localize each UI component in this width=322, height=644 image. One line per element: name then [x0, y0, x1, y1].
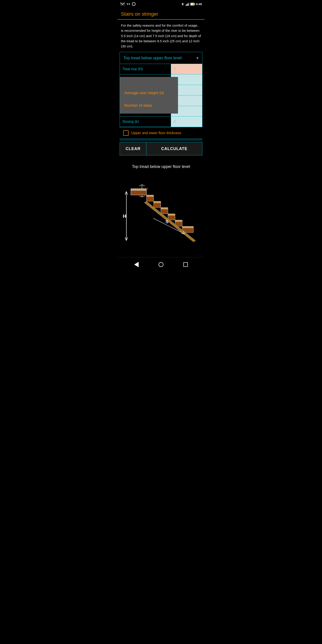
app-title: Stairs on stringer — [121, 11, 201, 17]
svg-rect-10 — [194, 4, 195, 5]
chevron-down-icon: ▾ — [196, 55, 198, 60]
form-row-nosing: Nosing (k) — [120, 116, 202, 127]
dropdown-item-0[interactable] — [120, 79, 178, 87]
dropdown-item-1[interactable]: Average riser height (h) — [120, 87, 178, 99]
svg-rect-6 — [187, 4, 188, 6]
svg-rect-24 — [146, 195, 154, 197]
nav-recents-button[interactable] — [182, 261, 189, 268]
svg-point-3 — [132, 2, 135, 6]
signal-icon — [186, 2, 190, 6]
svg-text:⚡: ⚡ — [192, 3, 194, 6]
svg-point-1 — [127, 4, 128, 5]
status-icons-left — [120, 2, 136, 6]
circle-icon — [132, 2, 136, 6]
back-icon — [134, 262, 139, 267]
diagram-title: Top tread below upper floor level — [120, 164, 202, 169]
checkbox-label: Upper and lower floor thickness — [131, 131, 181, 135]
svg-rect-32 — [175, 220, 182, 222]
time-display: 6:45 — [196, 2, 202, 6]
svg-rect-5 — [186, 4, 186, 6]
svg-rect-26 — [154, 201, 161, 203]
dropdown-overlay[interactable]: Average riser height (h) Number of steps — [120, 77, 178, 114]
svg-rect-21 — [131, 189, 146, 190]
input-total-rise[interactable] — [171, 64, 202, 74]
svg-rect-30 — [168, 214, 175, 216]
checkbox-row: Upper and lower floor thickness — [120, 127, 202, 139]
nav-home-button[interactable] — [157, 261, 165, 268]
diagram-section: Top tread below upper floor level H — [118, 158, 204, 255]
svg-rect-8 — [189, 2, 190, 6]
svg-point-4 — [182, 5, 183, 6]
floor-thickness-checkbox[interactable] — [123, 130, 128, 136]
gmail-icon — [120, 2, 125, 6]
svg-rect-7 — [188, 3, 188, 6]
clear-button[interactable]: CLEAR — [120, 142, 146, 156]
svg-text:S: S — [166, 219, 168, 224]
form-container: Average riser height (h) Number of steps… — [120, 64, 202, 127]
wifi-icon — [180, 2, 185, 6]
nav-back-button[interactable] — [133, 260, 140, 268]
stair-diagram-svg: H S — [120, 174, 202, 250]
svg-text:H: H — [123, 213, 126, 219]
battery-icon: ⚡ — [190, 3, 195, 6]
dropdown-item-2[interactable]: Number of steps — [120, 99, 178, 112]
app-header: Stairs on stringer — [118, 8, 204, 20]
svg-rect-34 — [182, 226, 194, 228]
status-bar: ⚡ 6:45 — [118, 0, 204, 8]
dropdown-label: Top tread below upper floor level — [124, 56, 182, 60]
recents-icon — [183, 262, 188, 267]
dropdown-selector[interactable]: Top tread below upper floor level ▾ — [120, 52, 202, 64]
form-row-total-rise: Total rise (H) — [120, 64, 202, 74]
input-nosing[interactable] — [171, 116, 202, 127]
label-total-rise: Total rise (H) — [120, 64, 171, 74]
divider — [120, 139, 202, 139]
home-icon — [158, 262, 164, 267]
svg-rect-0 — [120, 2, 125, 6]
description-text: For the safety reasons and for the comfo… — [118, 20, 204, 52]
svg-point-2 — [129, 4, 130, 5]
buttons-row: CLEAR CALCULATE — [120, 141, 202, 156]
dots-icon — [126, 2, 130, 6]
status-icons-right: ⚡ 6:45 — [180, 2, 202, 6]
svg-rect-28 — [161, 208, 168, 209]
navigation-bar — [118, 257, 204, 272]
label-nosing: Nosing (k) — [120, 116, 171, 127]
calculate-button[interactable]: CALCULATE — [146, 142, 202, 156]
